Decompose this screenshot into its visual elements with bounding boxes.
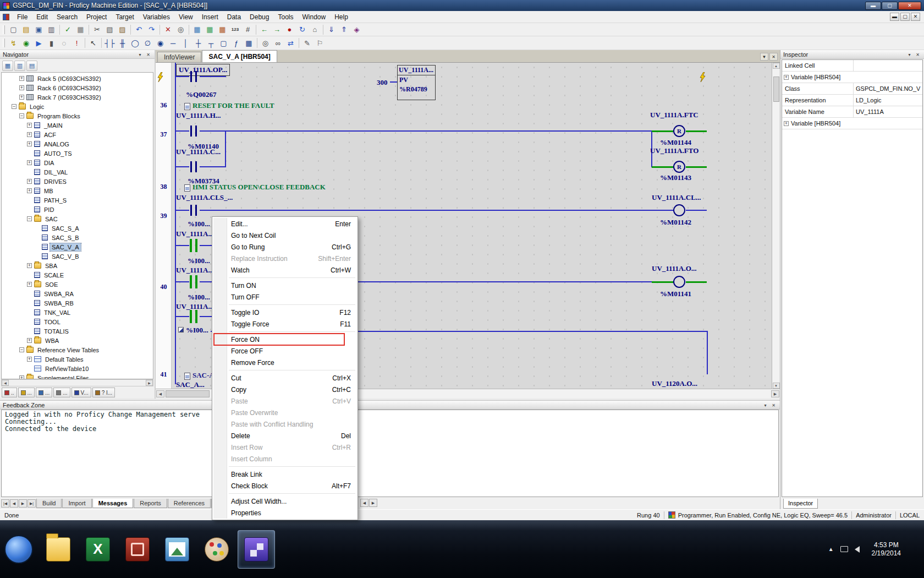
editor-vscrollbar[interactable]: ▲ ▼ xyxy=(772,63,780,389)
open-file-button[interactable]: ▤ xyxy=(20,24,32,35)
context-menu-item-check-block[interactable]: Check BlockAlt+F7 xyxy=(213,480,356,492)
redo-button[interactable]: ↷ xyxy=(145,24,158,35)
tree-item-path-s[interactable]: PATH_S xyxy=(2,195,153,205)
decimal-view-button[interactable]: 123 xyxy=(229,24,241,35)
close-icon[interactable]: ✕ xyxy=(914,51,921,58)
tree-expander-icon[interactable]: + xyxy=(27,132,32,137)
context-menu-item-cut[interactable]: CutCtrl+X xyxy=(213,372,356,384)
tree-expander-icon[interactable]: − xyxy=(19,347,24,352)
menu-view[interactable]: View xyxy=(174,12,197,23)
menu-edit[interactable]: Edit xyxy=(32,12,52,23)
navigator-tab-3[interactable]: ... xyxy=(36,388,52,397)
feedback-nav-2[interactable]: ◀ xyxy=(10,499,18,508)
taskbar-clock[interactable]: 4:53 PM 2/19/2014 xyxy=(872,541,901,558)
select-tool-button[interactable]: ↖ xyxy=(87,37,100,49)
normally-open-contact-button[interactable]: ┤├ xyxy=(103,37,116,49)
rung-number[interactable]: 39 xyxy=(156,212,171,220)
rung-number[interactable]: 41 xyxy=(156,370,171,379)
coil[interactable] xyxy=(673,204,685,216)
home-button[interactable]: ⌂ xyxy=(309,24,321,35)
tree-item-refviewtable10[interactable]: RefViewTable10 xyxy=(2,364,153,373)
horizontal-link-button[interactable]: ─ xyxy=(167,37,179,49)
tree-expander-icon[interactable]: + xyxy=(19,95,24,100)
tree-item-scale[interactable]: SCALE xyxy=(2,270,153,280)
taskbar-excel-button[interactable]: X xyxy=(79,530,117,569)
ladder-label[interactable]: UV_1111A... xyxy=(176,303,213,310)
context-menu-item-force-off[interactable]: Force OFF xyxy=(213,345,356,357)
editor-tab-infoviewer[interactable]: InfoViewer xyxy=(157,52,201,62)
nav-view-1-button[interactable]: ▦ xyxy=(2,61,13,71)
close-button[interactable]: ✕ xyxy=(898,2,921,10)
rung-number[interactable]: 37 xyxy=(156,130,171,139)
close-icon[interactable]: ✕ xyxy=(145,51,152,58)
function-block-button[interactable]: ƒ xyxy=(230,37,243,49)
feedback-tab-reports[interactable]: Reports xyxy=(134,499,167,508)
tree-expander-icon[interactable]: + xyxy=(27,179,32,184)
tab-scroll-right-icon[interactable]: ▶ xyxy=(369,499,377,507)
tree-item-program-blocks[interactable]: −Program Blocks xyxy=(2,111,153,121)
ladder-label[interactable]: %I00... xyxy=(186,326,208,334)
rung-number[interactable]: 40 xyxy=(156,283,171,291)
tree-item-totalis[interactable]: TOTALIS xyxy=(2,326,153,336)
set-coil-button[interactable]: ◉ xyxy=(154,37,167,49)
feedback-nav-3[interactable]: ▶ xyxy=(19,499,27,508)
menu-file[interactable]: File xyxy=(13,12,32,23)
contact-forced[interactable] xyxy=(188,275,200,288)
tree-item-logic[interactable]: −Logic xyxy=(2,102,153,111)
feedback-tab-build[interactable]: Build xyxy=(36,499,62,508)
ladder-label[interactable]: %I00... xyxy=(188,257,210,264)
tree-item-sba[interactable]: +SBA xyxy=(2,261,153,270)
navigator-tab-6[interactable]: ? I... xyxy=(92,388,115,397)
tree-item-analog[interactable]: +ANALOG xyxy=(2,139,153,149)
halt-button[interactable]: ▮ xyxy=(45,37,58,49)
rung-number[interactable]: 36 xyxy=(156,101,171,110)
inspector-group-variable-hbr504[interactable]: +Variable [HBR504] xyxy=(782,72,922,83)
pin-icon[interactable]: ▾ xyxy=(136,51,144,58)
coil-button[interactable]: ◯ xyxy=(129,37,141,49)
data-watch-button[interactable]: ▦ xyxy=(216,24,229,35)
context-menu-item-go-to-next-coil[interactable]: Go to Next Coil xyxy=(213,230,356,241)
hscroll-thumb[interactable] xyxy=(166,390,210,397)
instruction-block[interactable]: UV_1111A...PV%R04789 xyxy=(397,65,436,100)
tray-network-icon[interactable] xyxy=(840,546,848,552)
go-back-button[interactable]: ← xyxy=(258,24,271,35)
menu-target[interactable]: Target xyxy=(111,12,138,23)
tree-item-rack-5-ic693chs392[interactable]: +Rack 5 (IC693CHS392) xyxy=(2,74,153,83)
menu-data[interactable]: Data xyxy=(223,12,245,23)
selected-cell-label[interactable]: UV_1111A.OP... xyxy=(176,64,230,76)
feedback-tab-import[interactable]: Import xyxy=(62,499,91,508)
tree-item-acf[interactable]: +ACF xyxy=(2,130,153,139)
tree-item-drives[interactable]: +DRIVES xyxy=(2,177,153,186)
tree-item-soe[interactable]: +SOE xyxy=(2,280,153,289)
tree-expander-icon[interactable]: + xyxy=(27,338,32,343)
context-menu-item-turn-on[interactable]: Turn ON xyxy=(213,280,356,291)
nav-view-3-button[interactable]: ▤ xyxy=(26,61,37,71)
refresh-button[interactable]: ↻ xyxy=(296,24,309,35)
tree-item-sac-v-b[interactable]: SAC_V_B xyxy=(2,252,153,261)
copy-button[interactable]: ▧ xyxy=(103,24,116,35)
tree-item-swba-ra[interactable]: SWBA_RA xyxy=(2,289,153,298)
tree-expander-icon[interactable]: + xyxy=(27,263,32,268)
ladder-label[interactable]: UV_1111A.C... xyxy=(176,148,221,155)
delete-button[interactable]: ✕ xyxy=(162,24,174,35)
feedback-nav-1[interactable]: |◀ xyxy=(1,499,9,508)
tree-expander-icon[interactable]: − xyxy=(27,216,32,221)
context-menu-item-remove-force[interactable]: Remove Force xyxy=(213,357,356,368)
mdi-close-button[interactable]: ✕ xyxy=(911,13,920,21)
minimize-button[interactable]: ▬ xyxy=(865,2,881,10)
tree-item-reference-view-tables[interactable]: −Reference View Tables xyxy=(2,345,153,355)
contact[interactable] xyxy=(188,126,199,137)
go-online-button[interactable]: ◈ xyxy=(350,24,363,35)
vertical-link-button[interactable]: │ xyxy=(179,37,192,49)
tab-list-icon[interactable]: ▼ xyxy=(760,53,768,61)
inspector-field-value[interactable]: GSPCL_DM_FIN.NO_V xyxy=(854,85,922,92)
tree-expander-icon[interactable]: + xyxy=(19,76,24,81)
rung-comment[interactable]: RESET FOR THE FAULT xyxy=(193,102,274,109)
taskbar-paint-button[interactable] xyxy=(198,530,235,569)
tree-item-swba-rb[interactable]: SWBA_RB xyxy=(2,298,153,308)
coil[interactable] xyxy=(673,276,685,288)
ladder-label[interactable]: SAC_A... xyxy=(176,381,205,388)
context-menu-item-turn-off[interactable]: Turn OFF xyxy=(213,291,356,303)
ladder-label[interactable]: %Q00267 xyxy=(186,91,217,98)
tree-item-main[interactable]: +_MAIN xyxy=(2,121,153,130)
